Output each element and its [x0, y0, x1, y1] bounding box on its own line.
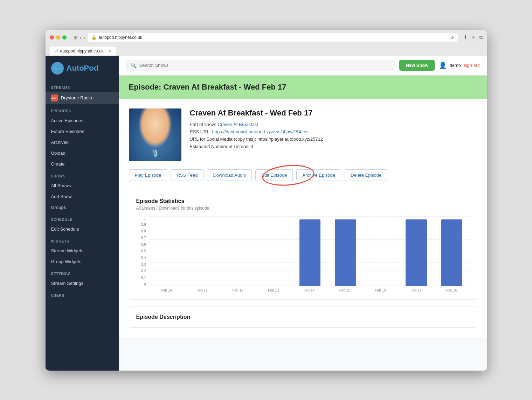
- bar-Feb-15[interactable]: [335, 219, 356, 286]
- delete-episode-button[interactable]: Delete Episode: [345, 169, 387, 181]
- sidebar-item-drystone-radio[interactable]: DSR Drystone Radio: [46, 92, 119, 104]
- episode-content: Craven At Breakfast - Wed Feb 17 Part of…: [119, 99, 487, 337]
- sidebar-item-active-episodes[interactable]: Active Episodes: [46, 115, 119, 126]
- sidebar-label-all-shows: All Shows: [51, 183, 71, 188]
- reload-icon[interactable]: ↺: [450, 35, 454, 40]
- sign-out-link[interactable]: sign out: [464, 63, 480, 68]
- sidebar-item-add-show[interactable]: Add Show: [46, 191, 119, 202]
- chart-column-Feb-16: [363, 216, 399, 286]
- browser-window: ⊞ ‹ › 🔒 autopod.hippynet.co.uk ↺ ⬆ + ⧉ 🛡…: [46, 30, 487, 371]
- user-icon: 👤: [439, 62, 447, 69]
- episode-show-row: Part of show: Craven At Breakfast: [190, 122, 477, 127]
- x-label-Feb-13: Feb 13: [256, 288, 291, 292]
- traffic-lights: [50, 35, 67, 40]
- share-icon[interactable]: ⬆: [463, 34, 468, 40]
- sidebar-logo: 👓 AutoPod: [46, 56, 119, 81]
- show-link[interactable]: Craven At Breakfast: [217, 122, 258, 127]
- x-label-Feb-15: Feb 15: [327, 288, 362, 292]
- sidebar-item-stream-widgets[interactable]: Stream Widgets: [46, 245, 119, 256]
- bar-Feb-18[interactable]: [441, 219, 463, 286]
- browser-titlebar: ⊞ ‹ › 🔒 autopod.hippynet.co.uk ↺ ⬆ + ⧉: [50, 33, 483, 42]
- chart-wrapper: 0 0.1 0.2 0.3 0.4 0.5 0.6 0.7 0.8 0.9 1: [136, 216, 470, 292]
- sidebar-label-future-episodes: Future Episodes: [51, 129, 84, 134]
- close-button[interactable]: [50, 35, 54, 40]
- chart-column-Feb-10: [151, 216, 186, 286]
- x-label-Feb-16: Feb 16: [362, 288, 398, 292]
- window-actions: ⬆ + ⧉: [463, 34, 482, 40]
- bar-Feb-14[interactable]: [299, 219, 321, 286]
- description-section: Episode Description: [129, 307, 477, 328]
- x-label-Feb-12: Feb 12: [220, 288, 256, 292]
- tabs-icon[interactable]: ⧉: [479, 34, 483, 40]
- sidebar-label-stream-widgets: Stream Widgets: [51, 248, 83, 253]
- bar-Feb-17[interactable]: [406, 219, 427, 286]
- logo-eyes: 👓: [54, 65, 60, 71]
- episode-meta: Craven At Breakfast - Wed Feb 17 Part of…: [190, 108, 477, 161]
- page-title: Episode: Craven At Breakfast - Wed Feb 1…: [129, 83, 477, 92]
- sidebar-item-upload[interactable]: Upload: [46, 148, 119, 159]
- maximize-button[interactable]: [62, 35, 67, 40]
- sidebar-toggle-icon[interactable]: ⊞: [74, 35, 78, 40]
- back-button[interactable]: ‹: [80, 35, 82, 40]
- sidebar-label-drystone-radio: Drystone Radio: [61, 95, 92, 100]
- sidebar-item-edit-schedule[interactable]: Edit Schedule: [46, 224, 119, 234]
- sidebar-item-all-shows[interactable]: All Shows: [46, 180, 119, 191]
- tab-close-icon[interactable]: ✕: [109, 49, 111, 53]
- sidebar-label-edit-schedule: Edit Schedule: [51, 226, 79, 232]
- chart-bars-wrapper: [149, 216, 470, 286]
- stats-title: Episode Statistics: [136, 198, 470, 204]
- sidebar-item-stream-settings[interactable]: Stream Settings: [46, 278, 119, 289]
- chart-column-Feb-17: [399, 216, 434, 286]
- main-content: 🔍 New Show 👤 demo sign out Episode: Crav…: [119, 56, 487, 371]
- search-container[interactable]: 🔍: [126, 60, 395, 71]
- page-header: Episode: Craven At Breakfast - Wed Feb 1…: [119, 76, 487, 99]
- minimize-button[interactable]: [56, 35, 60, 40]
- browser-tab-bar: 🛡 autopod.hippynet.co.uk ✕: [50, 44, 483, 56]
- search-input[interactable]: [139, 63, 391, 68]
- archive-episode-button[interactable]: Archive Episode: [296, 169, 341, 181]
- chart-area: Feb 10Feb 11Feb 12Feb 13Feb 14Feb 15Feb …: [149, 216, 470, 292]
- logo-icon: 👓: [51, 62, 64, 75]
- sidebar-section-schedule: SCHEDULE: [46, 213, 119, 224]
- y-label-0-5: 0.5: [136, 249, 146, 253]
- chart-column-Feb-18: [434, 216, 469, 286]
- logo-text: AutoPod: [67, 64, 99, 73]
- rss-label: RSS URL:: [190, 129, 211, 134]
- sidebar-item-future-episodes[interactable]: Future Episodes: [46, 126, 119, 137]
- y-label-0-4: 0.4: [136, 256, 146, 260]
- sidebar-section-episodes: EPISODES: [46, 104, 119, 115]
- stats-subtitle: All Listens / Downloads for this episode: [136, 206, 470, 211]
- new-tab-icon[interactable]: +: [472, 34, 475, 40]
- active-tab[interactable]: 🛡 autopod.hippynet.co.uk ✕: [50, 47, 116, 56]
- sidebar-item-create[interactable]: Create: [46, 159, 119, 169]
- social-url-label: URL for Social Media (copy this):: [190, 136, 256, 142]
- chart-column-Feb-14: [292, 216, 327, 286]
- sidebar-item-archived[interactable]: Archived: [46, 137, 119, 148]
- rss-feed-button[interactable]: RSS Feed: [171, 169, 203, 181]
- sidebar-section-users: USERS: [46, 289, 119, 300]
- sidebar-label-groups: Groups: [51, 205, 66, 210]
- y-label-0-2: 0.2: [136, 269, 146, 273]
- top-nav: 🔍 New Show 👤 demo sign out: [119, 56, 487, 76]
- forward-button[interactable]: ›: [83, 35, 85, 40]
- logo-pod: Pod: [84, 64, 99, 72]
- stream-icon-dsr: DSR: [51, 94, 58, 101]
- url-text: autopod.hippynet.co.uk: [99, 35, 142, 40]
- edit-episode-button[interactable]: Edit Episode: [255, 169, 293, 181]
- play-episode-button[interactable]: Play Episode: [129, 169, 167, 181]
- sidebar-label-active-episodes: Active Episodes: [51, 118, 84, 123]
- browser-addressbar[interactable]: 🔒 autopod.hippynet.co.uk ↺: [88, 33, 458, 42]
- app-container: 👓 AutoPod STREAMS DSR Drystone Radio EPI…: [46, 56, 487, 371]
- y-label-0-6: 0.6: [136, 243, 146, 246]
- sidebar-item-group-widgets[interactable]: Group Widgets: [46, 256, 119, 267]
- rss-url-link[interactable]: https://dashboard.autopod.xyz/rss/show/1…: [212, 129, 308, 134]
- action-buttons: Play Episode RSS Feed Download Audio Edi…: [129, 169, 477, 181]
- y-label-0: 0: [136, 282, 146, 286]
- new-show-button[interactable]: New Show: [399, 60, 435, 71]
- sidebar-section-shows: SHOWS: [46, 169, 119, 180]
- episode-rss-row: RSS URL: https://dashboard.autopod.xyz/r…: [190, 129, 477, 134]
- x-labels: Feb 10Feb 11Feb 12Feb 13Feb 14Feb 15Feb …: [149, 288, 470, 292]
- lock-icon: 🔒: [91, 35, 97, 40]
- sidebar-item-groups[interactable]: Groups: [46, 202, 119, 213]
- download-audio-button[interactable]: Download Audio: [207, 169, 252, 181]
